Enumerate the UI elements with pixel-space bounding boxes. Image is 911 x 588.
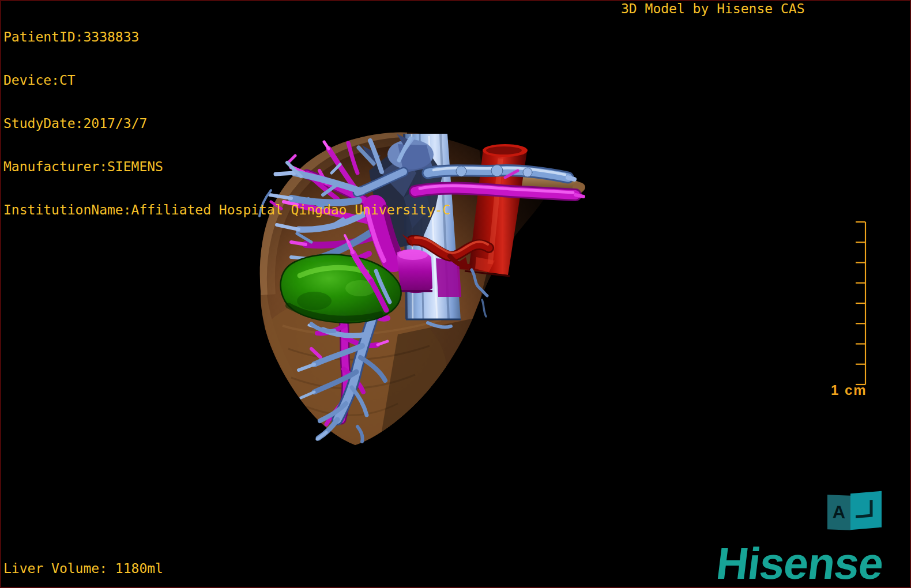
viewer-window: PatientID:3338833 Device:CT StudyDate:20…: [0, 0, 911, 588]
corner-bracket-icon: [850, 491, 882, 530]
institution-text: InstitutionName:Affiliated Hospital Qing…: [3, 203, 450, 217]
scale-bar-ruler: [838, 220, 868, 389]
orientation-label: A: [833, 502, 845, 523]
orientation-cube[interactable]: A: [826, 491, 882, 533]
page-title: 3D Model by Hisense CAS: [621, 2, 805, 16]
device-text: Device:CT: [3, 73, 450, 88]
hisense-logo: Hisense: [714, 542, 886, 584]
patient-info-block: PatientID:3338833 Device:CT StudyDate:20…: [3, 1, 450, 246]
liver-volume-text: Liver Volume: 1180ml: [3, 561, 163, 576]
orientation-cube-anterior-face[interactable]: A: [827, 495, 850, 530]
study-date-text: StudyDate:2017/3/7: [3, 116, 450, 131]
scale-bar: [838, 220, 868, 391]
patient-id-text: PatientID:3338833: [3, 30, 450, 44]
scale-bar-label: 1 cm: [831, 382, 867, 398]
manufacturer-text: Manufacturer:SIEMENS: [3, 160, 450, 174]
orientation-cube-side-face[interactable]: [850, 491, 882, 530]
